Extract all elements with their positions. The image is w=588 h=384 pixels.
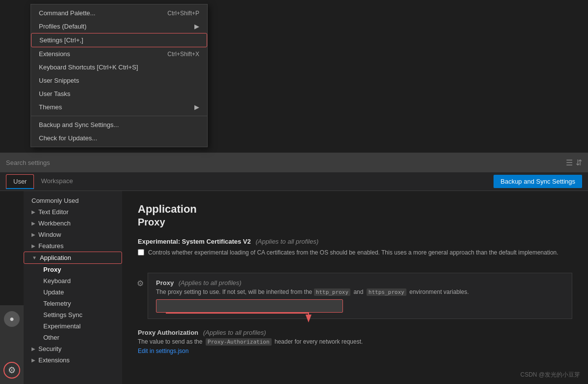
menu-item-profiles[interactable]: Profiles (Default) ▶ — [31, 20, 207, 33]
proxy-input-section: Proxy (Applies to all profiles) The prox… — [148, 273, 572, 319]
chevron-right-icon: ▶ — [31, 243, 35, 249]
menu-item-user-tasks[interactable]: User Tasks — [31, 87, 207, 100]
proxy-gear-icon: ⚙ — [137, 279, 144, 288]
activity-icon-gear[interactable]: ⚙ — [2, 360, 22, 380]
menu-item-backup-sync[interactable]: Backup and Sync Settings... — [31, 118, 207, 131]
sidebar: Commonly Used ▶ Text Editor ▶ Workbench … — [24, 191, 122, 384]
menu-item-themes[interactable]: Themes ▶ — [31, 100, 207, 114]
content-area: Application Proxy Experimental: System C… — [122, 191, 588, 384]
proxy-input-wrapper: ⚙ Proxy (Applies to all profiles) The pr… — [148, 273, 572, 319]
chevron-right-icon: ▶ — [31, 346, 35, 352]
search-input[interactable] — [6, 159, 562, 166]
menu-item-keyboard-shortcuts[interactable]: Keyboard Shortcuts [Ctrl+K Ctrl+S] — [31, 61, 207, 74]
sort-icon[interactable]: ⇵ — [576, 158, 582, 167]
sidebar-item-features[interactable]: ▶ Features — [24, 240, 122, 252]
activity-bar: ● ⚙ — [0, 305, 24, 384]
chevron-right-icon: ▶ — [31, 357, 35, 363]
sidebar-item-workbench[interactable]: ▶ Workbench — [24, 218, 122, 229]
page-title-application: Application — [138, 203, 572, 216]
chevron-right-icon: ▶ — [31, 209, 35, 215]
sidebar-item-keyboard[interactable]: Keyboard — [24, 275, 122, 287]
activity-icon-user[interactable]: ● — [2, 309, 22, 329]
filter-icon[interactable]: ☰ — [566, 158, 573, 167]
menu-item-user-snippets[interactable]: User Snippets — [31, 74, 207, 87]
tab-workspace[interactable]: Workspace — [34, 174, 80, 189]
gear-icon: ⚙ — [3, 362, 20, 379]
edit-settings-json-link[interactable]: Edit in settings.json — [138, 348, 188, 354]
sidebar-item-telemetry[interactable]: Telemetry — [24, 298, 122, 309]
context-menu: Command Palette... Ctrl+Shift+P Profiles… — [31, 4, 208, 147]
proxy-auth-label: Proxy Authorization (Applies to all prof… — [138, 329, 572, 336]
menu-item-check-updates[interactable]: Check for Updates... — [31, 131, 207, 145]
chevron-right-icon: ▶ — [31, 221, 35, 226]
backup-sync-button[interactable]: Backup and Sync Settings — [494, 175, 582, 188]
search-bar: ☰ ⇵ — [0, 153, 588, 172]
setting-experimental-label: Experimental: System Certificates V2 (Ap… — [138, 238, 572, 245]
settings-panel: ☰ ⇵ User Workspace Backup and Sync Setti… — [0, 153, 588, 384]
proxy-text-input-wrapper — [156, 299, 564, 313]
experimental-checkbox-row: Controls whether experimental loading of… — [138, 248, 572, 261]
proxy-annotation-arrow — [161, 311, 318, 325]
sidebar-item-text-editor[interactable]: ▶ Text Editor — [24, 206, 122, 218]
sidebar-item-proxy[interactable]: Proxy — [24, 264, 122, 275]
tab-user[interactable]: User — [6, 174, 34, 189]
menu-item-settings[interactable]: Settings [Ctrl+,] — [31, 33, 207, 47]
sidebar-item-settings-sync[interactable]: Settings Sync — [24, 309, 122, 320]
sidebar-item-application[interactable]: ▼ Application — [24, 252, 122, 264]
menu-separator — [31, 116, 207, 116]
proxy-input-label: Proxy (Applies to all profiles) — [156, 279, 564, 287]
search-icons: ☰ ⇵ — [566, 158, 582, 167]
sidebar-item-other[interactable]: Other — [24, 332, 122, 343]
menu-item-command-palette[interactable]: Command Palette... Ctrl+Shift+P — [31, 6, 207, 20]
proxy-auth-section: Proxy Authorization (Applies to all prof… — [138, 329, 572, 354]
sidebar-item-experimental[interactable]: Experimental — [24, 320, 122, 332]
sidebar-item-window[interactable]: ▶ Window — [24, 229, 122, 240]
proxy-input-desc: The proxy setting to use. If not set, wi… — [156, 288, 564, 295]
setting-experimental-certs: Experimental: System Certificates V2 (Ap… — [138, 238, 572, 261]
sidebar-item-security[interactable]: ▶ Security — [24, 343, 122, 354]
sidebar-item-extensions-nav[interactable]: ▶ Extensions — [24, 354, 122, 366]
chevron-down-icon: ▼ — [32, 255, 37, 260]
sidebar-item-update[interactable]: Update — [24, 287, 122, 298]
menu-item-extensions[interactable]: Extensions Ctrl+Shift+X — [31, 47, 207, 61]
main-content: ● ⚙ Commonly Used ▶ Text Editor ▶ Workbe… — [0, 191, 588, 384]
proxy-auth-desc: The value to send as the Proxy-Authoriza… — [138, 338, 572, 345]
page-title-proxy: Proxy — [138, 217, 572, 228]
experimental-checkbox[interactable] — [138, 249, 144, 256]
user-avatar: ● — [4, 311, 20, 327]
chevron-right-icon: ▶ — [31, 232, 35, 237]
watermark: CSDN @发光的小豆芽 — [520, 371, 580, 379]
tabs-row: User Workspace Backup and Sync Settings — [0, 172, 588, 191]
sidebar-item-commonly-used[interactable]: Commonly Used — [24, 195, 122, 206]
